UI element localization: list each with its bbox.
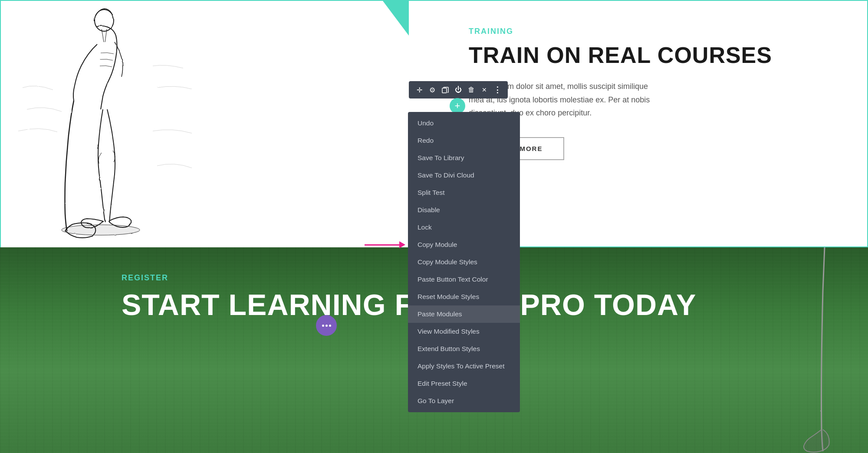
menu-item-copy-module[interactable]: Copy Module xyxy=(408,236,520,253)
menu-item-paste-button-text-color[interactable]: Paste Button Text Color xyxy=(408,271,520,288)
menu-item-go-to-layer[interactable]: Go To Layer xyxy=(408,392,520,410)
paste-arrow xyxy=(365,241,405,248)
menu-item-view-modified-styles[interactable]: View Modified Styles xyxy=(408,323,520,340)
menu-item-lock[interactable]: Lock xyxy=(408,219,520,236)
arrow-line xyxy=(365,244,399,246)
menu-item-paste-modules[interactable]: Paste Modules xyxy=(408,305,520,323)
menu-item-save-library[interactable]: Save To Library xyxy=(408,149,520,167)
golf-illustration xyxy=(1,1,218,248)
page-wrapper: TRAINING TRAIN ON REAL COURSES Lorem ips… xyxy=(0,0,868,453)
menu-item-reset-module-styles[interactable]: Reset Module Styles xyxy=(408,288,520,305)
toolbar-plus-button[interactable]: + xyxy=(450,98,465,114)
section-title: TRAIN ON REAL COURSES xyxy=(469,43,832,68)
move-icon[interactable]: ✛ xyxy=(413,84,425,96)
more-icon[interactable]: ⋮ xyxy=(491,84,503,96)
svg-point-1 xyxy=(62,225,140,235)
menu-item-save-cloud[interactable]: Save To Divi Cloud xyxy=(408,167,520,184)
svg-marker-2 xyxy=(383,1,409,36)
toggle-icon[interactable]: ⏻ xyxy=(452,84,464,96)
section-label: TRAINING xyxy=(469,27,832,36)
svg-rect-3 xyxy=(442,88,447,93)
arrow-head xyxy=(399,241,405,248)
bottom-right-visual xyxy=(738,247,868,453)
settings-icon[interactable]: ⚙ xyxy=(426,84,438,96)
delete-icon[interactable]: 🗑 xyxy=(465,84,477,96)
menu-item-edit-preset-style[interactable]: Edit Preset Style xyxy=(408,375,520,392)
context-menu: Undo Redo Save To Library Save To Divi C… xyxy=(408,112,520,412)
close-icon[interactable]: ✕ xyxy=(478,84,490,96)
golf-club-illustration xyxy=(738,247,868,453)
menu-item-apply-styles-active-preset[interactable]: Apply Styles To Active Preset xyxy=(408,358,520,375)
menu-item-copy-module-styles[interactable]: Copy Module Styles xyxy=(408,253,520,271)
purple-dots-button[interactable] xyxy=(316,315,337,336)
menu-item-disable[interactable]: Disable xyxy=(408,201,520,219)
image-column xyxy=(1,1,434,248)
menu-item-split-test[interactable]: Split Test xyxy=(408,184,520,201)
green-triangle-accent xyxy=(357,1,409,37)
duplicate-icon[interactable] xyxy=(439,84,451,96)
menu-item-undo[interactable]: Undo xyxy=(408,115,520,132)
menu-item-redo[interactable]: Redo xyxy=(408,132,520,149)
module-toolbar: ✛ ⚙ ⏻ 🗑 ✕ ⋮ xyxy=(409,81,508,98)
menu-item-extend-button-styles[interactable]: Extend Button Styles xyxy=(408,340,520,358)
